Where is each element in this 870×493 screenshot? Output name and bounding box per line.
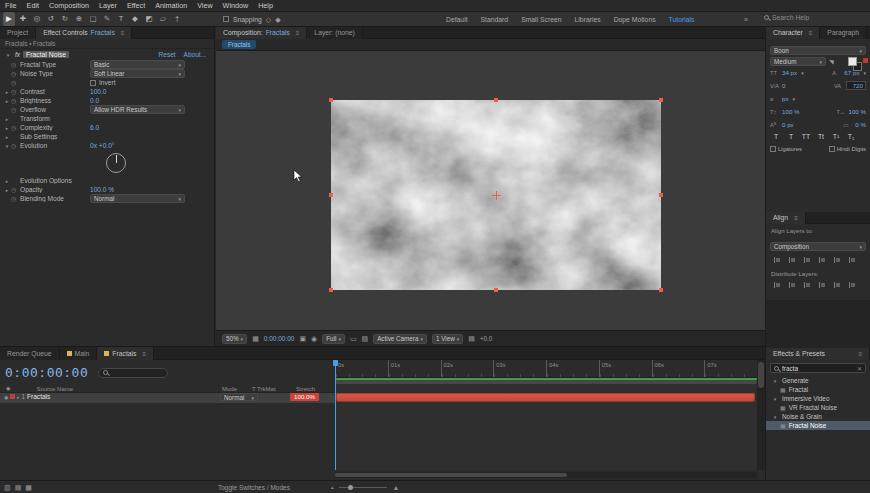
workspace-tab[interactable]: Default: [446, 12, 468, 27]
stopwatch-icon[interactable]: [11, 106, 20, 113]
view-layout-select[interactable]: 1 View: [432, 334, 463, 344]
exposure-value[interactable]: +0.0: [480, 335, 492, 342]
menu-item[interactable]: View: [192, 0, 217, 12]
twirl-icon[interactable]: [3, 98, 11, 104]
tab-timeline-fractals[interactable]: Fractals: [97, 347, 154, 360]
playhead-line[interactable]: [335, 360, 336, 470]
twirl-icon[interactable]: [3, 178, 11, 184]
panel-menu-icon[interactable]: [791, 212, 798, 224]
twirl-open-icon[interactable]: [4, 52, 12, 58]
faux-style-button[interactable]: T¹: [830, 133, 842, 140]
selection-tool-icon[interactable]: ▶: [3, 12, 15, 26]
composition-viewport[interactable]: [216, 51, 765, 330]
zoom-tool-icon[interactable]: ◎: [31, 12, 43, 26]
zoom-slider-thumb[interactable]: [348, 485, 353, 490]
overflow-select[interactable]: Allow HDR Results: [90, 105, 185, 114]
contrast-value[interactable]: 100.0: [90, 88, 107, 95]
effects-search-input[interactable]: [782, 365, 852, 372]
faux-style-button[interactable]: Tt: [815, 133, 827, 140]
panel-menu-icon[interactable]: [293, 27, 300, 39]
menu-item[interactable]: Animation: [150, 0, 192, 12]
reset-link[interactable]: Reset: [159, 51, 176, 58]
stopwatch-icon[interactable]: [11, 195, 20, 202]
faux-style-button[interactable]: T: [785, 133, 797, 140]
menu-item[interactable]: Help: [253, 0, 278, 12]
workspace-tab[interactable]: Small Screen: [521, 12, 561, 27]
zoom-out-icon[interactable]: ▲: [330, 485, 334, 490]
invert-checkbox[interactable]: [90, 80, 96, 86]
horizontal-scrollbar[interactable]: [335, 472, 757, 478]
distribute-vertical-center-icon[interactable]: [788, 281, 796, 289]
twirl-icon[interactable]: [3, 143, 11, 149]
magnification-select[interactable]: 50%: [222, 334, 247, 344]
effects-tree-row[interactable]: Fractal Noise: [766, 421, 870, 430]
transparency-grid-icon[interactable]: ▨: [362, 335, 369, 342]
selection-handle-top-left[interactable]: [329, 98, 333, 102]
selection-handle-bottom-right[interactable]: [659, 288, 663, 292]
group-label[interactable]: Transform: [20, 115, 90, 122]
blend-mode-select[interactable]: Normal: [220, 393, 258, 401]
twirl-icon[interactable]: [771, 378, 779, 384]
layer-name[interactable]: Fractals: [27, 393, 50, 400]
effects-tree-row[interactable]: Immersive Video: [766, 394, 870, 403]
selection-handle-mid-right[interactable]: [659, 193, 663, 197]
twirl-icon[interactable]: [3, 187, 11, 193]
column-stretch[interactable]: Stretch: [296, 386, 315, 392]
font-size-value[interactable]: 34 px: [782, 69, 797, 76]
panel-menu-icon[interactable]: [806, 27, 813, 39]
pan-behind-tool-icon[interactable]: ⊕: [73, 12, 85, 26]
align-vertical-center-icon[interactable]: [833, 256, 841, 264]
effect-name[interactable]: Fractal Noise: [23, 51, 69, 58]
layer-color-label[interactable]: [10, 394, 15, 399]
toggle-transfer-controls-pane-icon[interactable]: ▤: [15, 484, 22, 491]
clone-stamp-tool-icon[interactable]: ◩: [143, 12, 155, 26]
faux-style-button[interactable]: TT: [800, 133, 812, 140]
selection-handle-mid-left[interactable]: [329, 193, 333, 197]
resolution-select[interactable]: Full: [322, 334, 345, 344]
about-link[interactable]: About...: [184, 51, 206, 58]
faux-style-button[interactable]: T: [770, 133, 782, 140]
evolution-value[interactable]: 0x +0.0°: [90, 142, 114, 149]
twirl-icon[interactable]: [3, 134, 11, 140]
more-workspaces-icon[interactable]: »: [744, 16, 748, 23]
pen-tool-icon[interactable]: ✎: [101, 12, 113, 26]
distribute-horizontal-center-icon[interactable]: [833, 281, 841, 289]
effects-search-box[interactable]: ✕: [770, 363, 866, 373]
workspace-tab[interactable]: Dope Motions: [614, 12, 656, 27]
font-style-select[interactable]: Medium: [770, 57, 826, 66]
puppet-tool-icon[interactable]: †: [171, 12, 183, 26]
column-mode[interactable]: Mode: [222, 386, 237, 392]
workspace-tab[interactable]: Libraries: [575, 12, 601, 27]
align-bottom-icon[interactable]: [848, 256, 856, 264]
twirl-icon[interactable]: [3, 116, 11, 122]
zoom-slider[interactable]: [339, 487, 387, 488]
font-family-select[interactable]: Boon: [770, 46, 866, 55]
type-tool-icon[interactable]: T: [115, 12, 127, 26]
toggle-layer-switches-pane-icon[interactable]: ▥: [4, 484, 11, 491]
stopwatch-icon[interactable]: [11, 124, 20, 131]
snapping-checkbox[interactable]: [223, 16, 229, 22]
snap-to-features-icon[interactable]: ◆: [275, 16, 280, 23]
opacity-value[interactable]: 100.0 %: [90, 186, 114, 193]
toggle-switches-modes-button[interactable]: Toggle Switches / Modes: [218, 481, 290, 493]
eyedropper-icon[interactable]: ◥: [829, 59, 834, 65]
time-ruler[interactable]: 0s01s02s03s04s05s06s07s: [335, 360, 757, 378]
ligatures-checkbox[interactable]: [770, 146, 776, 152]
noise-type-select[interactable]: Soft Linear: [90, 69, 185, 78]
grid-guides-icon[interactable]: ▦: [252, 335, 259, 342]
tab-character[interactable]: Character: [766, 27, 820, 39]
tab-layer[interactable]: Layer: (none): [307, 27, 362, 39]
column-trkmat[interactable]: T TrkMat: [252, 386, 276, 392]
group-label[interactable]: Evolution Options: [20, 177, 90, 184]
eraser-tool-icon[interactable]: ▱: [157, 12, 169, 26]
search-help-input[interactable]: [772, 14, 844, 21]
effects-tree-row[interactable]: VR Fractal Noise: [766, 403, 870, 412]
stopwatch-icon[interactable]: [11, 88, 20, 95]
video-toggle-icon[interactable]: ◉: [4, 395, 8, 400]
stroke-width-value[interactable]: px: [782, 95, 789, 102]
panel-menu-icon[interactable]: [140, 348, 147, 360]
kerning-value[interactable]: 0: [782, 82, 785, 89]
evolution-dial[interactable]: [106, 153, 126, 173]
stopwatch-icon[interactable]: [11, 142, 20, 149]
rotation-tool-icon[interactable]: ↻: [59, 12, 71, 26]
